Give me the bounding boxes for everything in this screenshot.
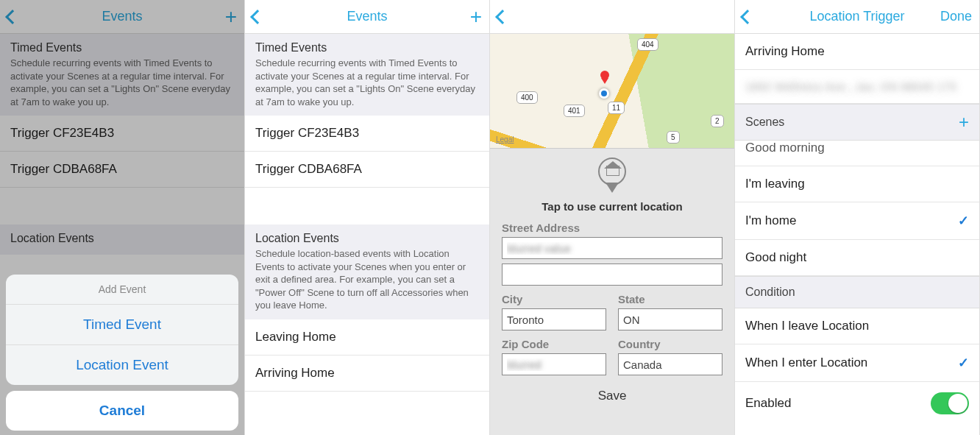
enabled-row: Enabled xyxy=(735,382,979,425)
zip-label: Zip Code xyxy=(502,338,606,350)
enabled-label: Enabled xyxy=(745,396,791,411)
chevron-left-icon xyxy=(250,10,265,24)
trigger-name-row[interactable]: Arriving Home xyxy=(735,34,979,70)
check-icon: ✓ xyxy=(958,355,969,371)
section-label: Condition xyxy=(745,286,795,299)
location-trigger-row[interactable]: Arriving Home xyxy=(245,356,489,392)
add-scene-button[interactable]: + xyxy=(959,113,969,131)
save-button[interactable]: Save xyxy=(502,389,722,403)
sheet-group: Add Event Timed Event Location Event xyxy=(6,275,238,385)
enabled-toggle[interactable] xyxy=(931,392,969,414)
country-input[interactable] xyxy=(618,353,722,375)
condition-label: When I leave Location xyxy=(745,319,869,333)
screen-events-with-sheet: Events + Timed Events Schedule recurring… xyxy=(0,0,245,435)
trigger-label: Trigger CF23E4B3 xyxy=(255,126,359,141)
timed-events-header: Timed Events Schedule recurring events w… xyxy=(245,34,489,116)
map-badge: 5 xyxy=(667,131,680,144)
home-pin-icon xyxy=(598,158,626,185)
scene-row[interactable]: Good night xyxy=(735,240,979,276)
scenes-header: Scenes + xyxy=(735,104,979,141)
location-form: Tap to use current location Street Addre… xyxy=(490,149,734,435)
map-badge: 401 xyxy=(564,105,585,117)
add-button[interactable]: + xyxy=(450,7,482,27)
check-icon: ✓ xyxy=(958,213,969,229)
location-events-header: Location Events Schedule location-based … xyxy=(245,224,489,319)
trigger-row[interactable]: Trigger CF23E4B3 xyxy=(245,116,489,152)
navbar: Events + xyxy=(245,0,489,34)
navbar: Location Trigger Done xyxy=(735,0,979,34)
map-badge: 400 xyxy=(516,91,538,104)
scene-label: Good morning xyxy=(745,141,825,155)
screen-location-trigger: Location Trigger Done Arriving Home 1892… xyxy=(735,0,980,435)
back-button[interactable] xyxy=(497,12,530,22)
done-button[interactable]: Done xyxy=(940,9,972,24)
action-sheet: Add Event Timed Event Location Event Can… xyxy=(6,275,238,431)
trigger-name: Arriving Home xyxy=(745,44,825,59)
section-title: Location Events xyxy=(255,232,479,245)
trigger-row[interactable]: Trigger CDBA68FA xyxy=(245,152,489,188)
scene-label: I'm home xyxy=(745,213,796,228)
map-preview[interactable]: 404 400 401 11 5 2 Legal xyxy=(490,34,734,149)
chevron-left-icon xyxy=(495,10,510,24)
state-label: State xyxy=(618,293,722,305)
section-desc: Schedule recurring events with Timed Eve… xyxy=(255,57,479,108)
scene-row[interactable]: Good morning xyxy=(735,141,979,166)
back-button[interactable] xyxy=(742,12,775,22)
state-input[interactable] xyxy=(618,308,722,330)
chevron-left-icon xyxy=(740,10,755,24)
map-badge: 404 xyxy=(637,38,658,51)
map-badge: 2 xyxy=(711,115,724,127)
scene-label: Good night xyxy=(745,250,806,265)
pin-caption: Tap to use current location xyxy=(502,200,722,213)
navbar xyxy=(490,0,734,34)
trigger-label: Leaving Home xyxy=(255,330,336,344)
scene-row[interactable]: I'm leaving xyxy=(735,166,979,202)
street-label: Street Address xyxy=(502,222,722,234)
street-input-1[interactable] xyxy=(502,237,722,259)
screen-location-form: 404 400 401 11 5 2 Legal Tap to use curr… xyxy=(490,0,735,435)
current-location-icon xyxy=(599,88,609,99)
scene-row[interactable]: I'm home ✓ xyxy=(735,202,979,240)
map-badge: 11 xyxy=(608,102,625,114)
use-current-location[interactable]: Tap to use current location xyxy=(502,153,722,214)
sheet-title: Add Event xyxy=(6,275,238,305)
street-input-2[interactable] xyxy=(502,264,722,286)
map-legal-link[interactable]: Legal xyxy=(496,135,514,144)
sheet-cancel[interactable]: Cancel xyxy=(6,391,238,431)
section-desc: Schedule location-based events with Loca… xyxy=(255,247,479,312)
content: Timed Events Schedule recurring events w… xyxy=(245,34,489,435)
spacer xyxy=(245,188,489,224)
back-button[interactable] xyxy=(252,12,285,22)
location-trigger-row[interactable]: Leaving Home xyxy=(245,319,489,356)
map-pin-icon xyxy=(600,71,609,79)
section-title: Timed Events xyxy=(255,41,479,54)
condition-row[interactable]: When I enter Location ✓ xyxy=(735,344,979,382)
content: Arriving Home 1892 Wellness Ave., Jax, O… xyxy=(735,34,979,435)
country-label: Country xyxy=(618,338,722,350)
address-row[interactable]: 1892 Wellness Ave., Jax, ON 88045 175 xyxy=(735,70,979,104)
condition-row[interactable]: When I leave Location xyxy=(735,308,979,344)
screen-events: Events + Timed Events Schedule recurring… xyxy=(245,0,490,435)
plus-icon: + xyxy=(470,7,482,27)
sheet-option-location[interactable]: Location Event xyxy=(6,345,238,385)
city-input[interactable] xyxy=(502,308,606,330)
address-text: 1892 Wellness Ave., Jax, ON 88045 175 xyxy=(745,80,956,93)
section-label: Scenes xyxy=(745,116,784,129)
trigger-label: Trigger CDBA68FA xyxy=(255,162,362,177)
trigger-label: Arriving Home xyxy=(255,366,335,381)
city-label: City xyxy=(502,293,606,305)
sheet-option-timed[interactable]: Timed Event xyxy=(6,305,238,345)
zip-input[interactable] xyxy=(502,353,606,375)
condition-label: When I enter Location xyxy=(745,356,867,370)
condition-header: Condition xyxy=(735,276,979,308)
scene-label: I'm leaving xyxy=(745,177,805,191)
